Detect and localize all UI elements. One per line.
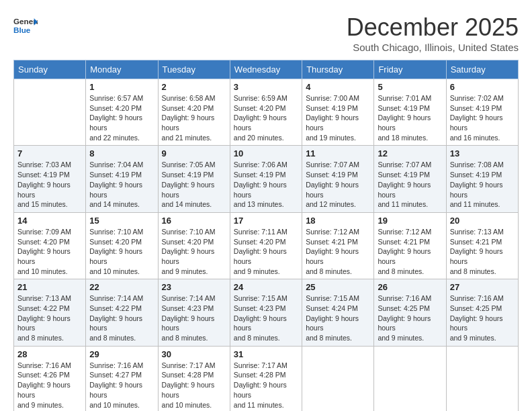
- day-info: Sunrise: 7:16 AMSunset: 4:25 PMDaylight:…: [378, 293, 442, 342]
- day-number: 20: [450, 216, 515, 226]
- day-info: Sunrise: 7:14 AMSunset: 4:23 PMDaylight:…: [162, 293, 226, 342]
- day-number: 17: [234, 216, 298, 226]
- day-number: 30: [162, 349, 226, 359]
- day-number: 5: [378, 82, 442, 92]
- calendar-week-row: 21Sunrise: 7:13 AMSunset: 4:22 PMDayligh…: [14, 279, 519, 346]
- day-info: Sunrise: 7:11 AMSunset: 4:20 PMDaylight:…: [234, 227, 298, 276]
- day-number: 2: [162, 82, 226, 92]
- day-number: 19: [378, 216, 442, 226]
- day-info: Sunrise: 7:01 AMSunset: 4:19 PMDaylight:…: [378, 93, 442, 142]
- day-info: Sunrise: 7:13 AMSunset: 4:22 PMDaylight:…: [17, 293, 82, 342]
- calendar-cell: 24Sunrise: 7:15 AMSunset: 4:23 PMDayligh…: [230, 279, 302, 346]
- page-header: General Blue December 2025 South Chicago…: [13, 13, 519, 53]
- calendar-cell: 22Sunrise: 7:14 AMSunset: 4:22 PMDayligh…: [86, 279, 158, 346]
- logo-icon: General Blue: [13, 13, 38, 38]
- header-day-monday: Monday: [86, 60, 158, 79]
- calendar-cell: 23Sunrise: 7:14 AMSunset: 4:23 PMDayligh…: [158, 279, 230, 346]
- calendar-week-row: 1Sunrise: 6:57 AMSunset: 4:20 PMDaylight…: [14, 79, 519, 146]
- calendar-cell: 26Sunrise: 7:16 AMSunset: 4:25 PMDayligh…: [374, 279, 446, 346]
- calendar-week-row: 28Sunrise: 7:16 AMSunset: 4:26 PMDayligh…: [14, 346, 519, 411]
- calendar-cell: 19Sunrise: 7:12 AMSunset: 4:21 PMDayligh…: [374, 212, 446, 279]
- day-number: 10: [234, 148, 298, 158]
- day-number: 27: [450, 282, 515, 292]
- calendar-cell: 11Sunrise: 7:07 AMSunset: 4:19 PMDayligh…: [302, 146, 374, 212]
- day-info: Sunrise: 7:17 AMSunset: 4:28 PMDaylight:…: [162, 361, 226, 410]
- calendar-cell: [446, 346, 518, 411]
- day-number: 4: [306, 82, 370, 92]
- header-day-wednesday: Wednesday: [230, 60, 302, 79]
- calendar-week-row: 7Sunrise: 7:03 AMSunset: 4:19 PMDaylight…: [14, 146, 519, 212]
- calendar-cell: 30Sunrise: 7:17 AMSunset: 4:28 PMDayligh…: [158, 346, 230, 411]
- calendar-cell: 8Sunrise: 7:04 AMSunset: 4:19 PMDaylight…: [86, 146, 158, 212]
- day-number: 15: [89, 216, 154, 226]
- calendar-cell: 6Sunrise: 7:02 AMSunset: 4:19 PMDaylight…: [446, 79, 518, 146]
- day-number: 22: [89, 282, 154, 292]
- calendar-cell: 28Sunrise: 7:16 AMSunset: 4:26 PMDayligh…: [14, 346, 86, 411]
- calendar-cell: 16Sunrise: 7:10 AMSunset: 4:20 PMDayligh…: [158, 212, 230, 279]
- day-info: Sunrise: 7:10 AMSunset: 4:20 PMDaylight:…: [162, 227, 226, 276]
- day-info: Sunrise: 7:13 AMSunset: 4:21 PMDaylight:…: [450, 227, 515, 276]
- day-number: 1: [89, 82, 154, 92]
- day-info: Sunrise: 7:15 AMSunset: 4:23 PMDaylight:…: [234, 293, 298, 342]
- day-number: 31: [234, 349, 298, 359]
- header-day-thursday: Thursday: [302, 60, 374, 79]
- day-info: Sunrise: 7:05 AMSunset: 4:19 PMDaylight:…: [162, 160, 226, 209]
- calendar-cell: 4Sunrise: 7:00 AMSunset: 4:19 PMDaylight…: [302, 79, 374, 146]
- day-number: 29: [89, 349, 154, 359]
- day-number: 9: [162, 148, 226, 158]
- calendar-cell: 5Sunrise: 7:01 AMSunset: 4:19 PMDaylight…: [374, 79, 446, 146]
- day-info: Sunrise: 7:07 AMSunset: 4:19 PMDaylight:…: [378, 160, 442, 209]
- day-number: 16: [162, 216, 226, 226]
- calendar-cell: 14Sunrise: 7:09 AMSunset: 4:20 PMDayligh…: [14, 212, 86, 279]
- calendar-cell: 15Sunrise: 7:10 AMSunset: 4:20 PMDayligh…: [86, 212, 158, 279]
- day-info: Sunrise: 7:09 AMSunset: 4:20 PMDaylight:…: [17, 227, 82, 276]
- calendar-cell: 12Sunrise: 7:07 AMSunset: 4:19 PMDayligh…: [374, 146, 446, 212]
- day-number: 7: [17, 148, 82, 158]
- day-number: 23: [162, 282, 226, 292]
- location-subtitle: South Chicago, Illinois, United States: [347, 42, 519, 53]
- day-info: Sunrise: 7:12 AMSunset: 4:21 PMDaylight:…: [378, 227, 442, 276]
- day-info: Sunrise: 7:00 AMSunset: 4:19 PMDaylight:…: [306, 93, 370, 142]
- svg-text:Blue: Blue: [13, 26, 31, 34]
- day-info: Sunrise: 7:07 AMSunset: 4:19 PMDaylight:…: [306, 160, 370, 209]
- calendar-cell: 25Sunrise: 7:15 AMSunset: 4:24 PMDayligh…: [302, 279, 374, 346]
- day-number: 11: [306, 148, 370, 158]
- day-number: 3: [234, 82, 298, 92]
- day-info: Sunrise: 7:10 AMSunset: 4:20 PMDaylight:…: [89, 227, 154, 276]
- day-info: Sunrise: 7:06 AMSunset: 4:19 PMDaylight:…: [234, 160, 298, 209]
- calendar-cell: 20Sunrise: 7:13 AMSunset: 4:21 PMDayligh…: [446, 212, 518, 279]
- day-number: 28: [17, 349, 82, 359]
- calendar-week-row: 14Sunrise: 7:09 AMSunset: 4:20 PMDayligh…: [14, 212, 519, 279]
- calendar-cell: [374, 346, 446, 411]
- calendar-cell: [14, 79, 86, 146]
- calendar-cell: [302, 346, 374, 411]
- calendar-cell: 17Sunrise: 7:11 AMSunset: 4:20 PMDayligh…: [230, 212, 302, 279]
- day-number: 21: [17, 282, 82, 292]
- day-number: 14: [17, 216, 82, 226]
- calendar-cell: 13Sunrise: 7:08 AMSunset: 4:19 PMDayligh…: [446, 146, 518, 212]
- logo: General Blue: [13, 13, 38, 38]
- day-info: Sunrise: 7:17 AMSunset: 4:28 PMDaylight:…: [234, 361, 298, 410]
- day-info: Sunrise: 6:59 AMSunset: 4:20 PMDaylight:…: [234, 93, 298, 142]
- calendar-cell: 7Sunrise: 7:03 AMSunset: 4:19 PMDaylight…: [14, 146, 86, 212]
- calendar-cell: 10Sunrise: 7:06 AMSunset: 4:19 PMDayligh…: [230, 146, 302, 212]
- calendar-cell: 2Sunrise: 6:58 AMSunset: 4:20 PMDaylight…: [158, 79, 230, 146]
- day-info: Sunrise: 7:12 AMSunset: 4:21 PMDaylight:…: [306, 227, 370, 276]
- day-info: Sunrise: 7:14 AMSunset: 4:22 PMDaylight:…: [89, 293, 154, 342]
- day-number: 26: [378, 282, 442, 292]
- day-number: 8: [89, 148, 154, 158]
- calendar-cell: 18Sunrise: 7:12 AMSunset: 4:21 PMDayligh…: [302, 212, 374, 279]
- calendar-cell: 21Sunrise: 7:13 AMSunset: 4:22 PMDayligh…: [14, 279, 86, 346]
- day-number: 18: [306, 216, 370, 226]
- calendar-cell: 31Sunrise: 7:17 AMSunset: 4:28 PMDayligh…: [230, 346, 302, 411]
- calendar-cell: 27Sunrise: 7:16 AMSunset: 4:25 PMDayligh…: [446, 279, 518, 346]
- header-row: SundayMondayTuesdayWednesdayThursdayFrid…: [14, 60, 519, 79]
- title-area: December 2025 South Chicago, Illinois, U…: [347, 13, 519, 53]
- day-info: Sunrise: 6:57 AMSunset: 4:20 PMDaylight:…: [89, 93, 154, 142]
- day-info: Sunrise: 7:03 AMSunset: 4:19 PMDaylight:…: [17, 160, 82, 209]
- day-number: 25: [306, 282, 370, 292]
- month-title: December 2025: [347, 13, 519, 42]
- header-day-friday: Friday: [374, 60, 446, 79]
- calendar-cell: 9Sunrise: 7:05 AMSunset: 4:19 PMDaylight…: [158, 146, 230, 212]
- day-info: Sunrise: 6:58 AMSunset: 4:20 PMDaylight:…: [162, 93, 226, 142]
